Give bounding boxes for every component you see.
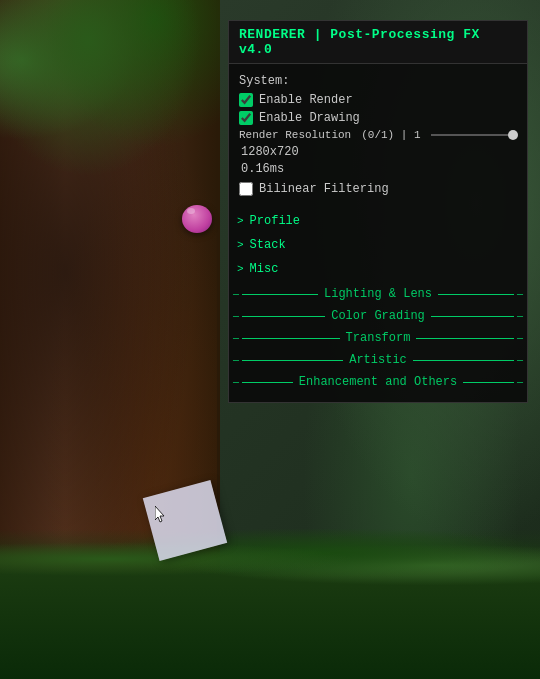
divider-line-left-2 <box>242 338 340 339</box>
render-resolution-slider-container <box>431 134 517 136</box>
panel-body: System: Enable Render Enable Drawing Ren… <box>229 64 527 210</box>
system-label: System: <box>239 74 517 88</box>
divider-line-right-0 <box>438 294 514 295</box>
divider-label-4: Enhancement and Others <box>299 375 457 389</box>
ground <box>0 529 540 679</box>
divider-arrow-left-3: — <box>233 355 239 366</box>
enable-render-row: Enable Render <box>239 93 517 107</box>
render-resolution-row: Render Resolution (0/1) | 1 <box>239 129 517 141</box>
divider-line-left-4 <box>242 382 293 383</box>
divider-arrow-left-0: — <box>233 289 239 300</box>
divider-label-3: Artistic <box>349 353 407 367</box>
divider-line-right-2 <box>416 338 514 339</box>
divider-row-artistic[interactable]: — Artistic — <box>229 350 527 370</box>
divider-arrow-left-2: — <box>233 333 239 344</box>
divider-line-right-3 <box>413 360 514 361</box>
enable-drawing-row: Enable Drawing <box>239 111 517 125</box>
enable-render-checkbox[interactable] <box>239 93 253 107</box>
collapsible-item-stack[interactable]: > Stack <box>229 234 527 256</box>
enable-render-label: Enable Render <box>259 93 353 107</box>
cursor-icon <box>155 506 167 524</box>
foliage <box>0 0 220 200</box>
render-resolution-label: Render Resolution <box>239 129 351 141</box>
divider-arrow-left-4: — <box>233 377 239 388</box>
divider-label-2: Transform <box>346 331 411 345</box>
divider-label-0: Lighting & Lens <box>324 287 432 301</box>
collapsible-arrow-0: > <box>237 215 244 227</box>
collapsible-label-2: Misc <box>250 262 279 276</box>
collapsible-item-misc[interactable]: > Misc <box>229 258 527 280</box>
divider-line-right-1 <box>431 316 514 317</box>
slider-track[interactable] <box>431 134 517 136</box>
divider-arrow-right-0: — <box>517 289 523 300</box>
resolution-display: 1280x720 <box>239 145 517 159</box>
divider-label-1: Color Grading <box>331 309 425 323</box>
divider-row-transform[interactable]: — Transform — <box>229 328 527 348</box>
render-resolution-value: (0/1) | 1 <box>361 129 420 141</box>
dividers-container: — Lighting & Lens — — Color Grading — — … <box>229 284 527 392</box>
divider-line-left-3 <box>242 360 343 361</box>
divider-row-enhancement-and-others[interactable]: — Enhancement and Others — <box>229 372 527 392</box>
collapsible-label-1: Stack <box>250 238 286 252</box>
renderer-panel: RENDERER | Post-Processing FX v4.0 Syste… <box>228 20 528 403</box>
bilinear-filtering-label: Bilinear Filtering <box>259 182 389 196</box>
divider-row-color-grading[interactable]: — Color Grading — <box>229 306 527 326</box>
slider-thumb <box>508 130 518 140</box>
enable-drawing-checkbox[interactable] <box>239 111 253 125</box>
divider-arrow-left-1: — <box>233 311 239 322</box>
divider-arrow-right-3: — <box>517 355 523 366</box>
divider-arrow-right-4: — <box>517 377 523 388</box>
bilinear-filtering-checkbox[interactable] <box>239 182 253 196</box>
collapsible-label-0: Profile <box>250 214 300 228</box>
berry-decoration <box>182 205 212 233</box>
timing-display: 0.16ms <box>239 162 517 176</box>
enable-drawing-label: Enable Drawing <box>259 111 360 125</box>
collapsible-arrow-1: > <box>237 239 244 251</box>
collapsible-arrow-2: > <box>237 263 244 275</box>
panel-header: RENDERER | Post-Processing FX v4.0 <box>229 21 527 64</box>
divider-arrow-right-1: — <box>517 311 523 322</box>
collapsible-item-profile[interactable]: > Profile <box>229 210 527 232</box>
panel-title: RENDERER | Post-Processing FX v4.0 <box>239 27 517 57</box>
collapsibles-container: > Profile > Stack > Misc <box>229 210 527 280</box>
bilinear-filtering-row: Bilinear Filtering <box>239 182 517 196</box>
divider-line-left-0 <box>242 294 318 295</box>
divider-arrow-right-2: — <box>517 333 523 344</box>
divider-row-lighting-&-lens[interactable]: — Lighting & Lens — <box>229 284 527 304</box>
divider-line-right-4 <box>463 382 514 383</box>
divider-line-left-1 <box>242 316 325 317</box>
